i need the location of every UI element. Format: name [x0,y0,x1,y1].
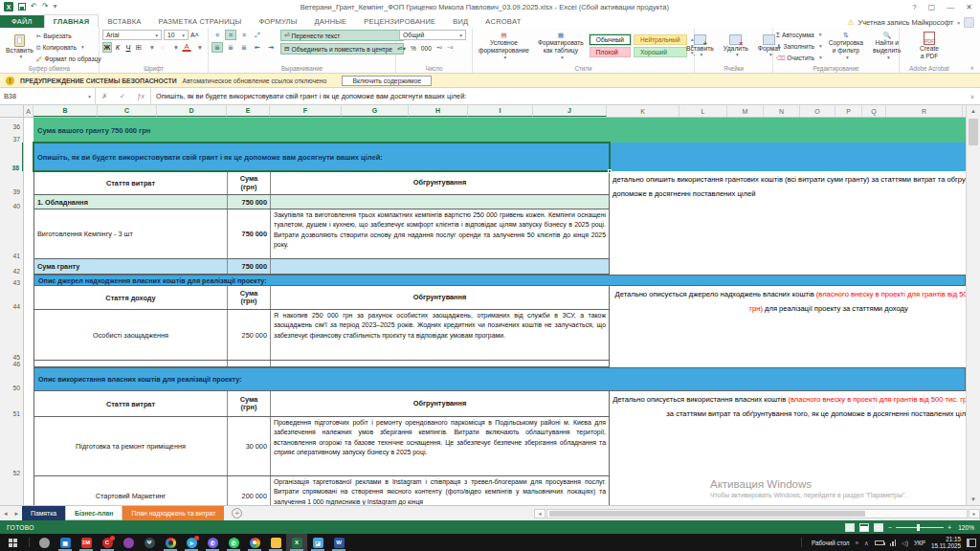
align-right-icon[interactable]: ≣ [238,42,250,53]
row-header-41[interactable]: 41 [0,209,23,259]
font-name-select[interactable]: Arial▾ [102,30,162,40]
fill-color-icon[interactable]: ◌ [158,42,167,53]
bold-button[interactable]: Ж [102,42,112,53]
select-all-corner[interactable] [0,105,24,117]
page-layout-view-icon[interactable] [859,523,869,532]
cell-note-own-usage[interactable]: Детально описується використання власних… [612,393,966,421]
number-format-select[interactable]: Общий▾ [399,30,466,40]
row-header-46[interactable]: 46 [0,361,23,367]
row-header-36[interactable]: 36 [0,118,23,130]
row-header-37[interactable]: 37 [0,130,23,143]
clear-button[interactable]: ⌫Очистить▾ [776,53,822,63]
header-sum[interactable]: Сума (грн) [228,286,271,309]
cell-personal-savings[interactable]: Особисті заощадження [34,310,228,360]
col-header-h[interactable]: H [409,105,468,117]
cell-note-grant-usage[interactable]: детально опишить використання грантових … [612,173,966,201]
cell-grant-total[interactable]: Сума гранту [34,259,228,274]
fill-button[interactable]: ⬇Заполнить▾ [776,41,822,52]
row-header-52[interactable]: 52 [0,417,23,476]
header-justification[interactable]: Обгрунтування [271,172,609,194]
normal-view-icon[interactable] [845,523,855,532]
align-left-icon[interactable]: ≣ [212,42,223,53]
cell-note-own-sources[interactable]: Детально описується джерело надходжень в… [612,288,966,316]
cell-equipment[interactable]: 1. Обладнання [34,195,228,209]
cancel-entry-icon[interactable]: ✗ [101,92,107,100]
insert-cells-button[interactable]: + Вставить▾ [683,30,717,62]
expand-formula-bar-icon[interactable]: ∨ [965,88,980,104]
italic-button[interactable]: К [113,42,122,53]
col-header-p[interactable]: P [835,105,862,117]
paste-button[interactable]: Вставить▾ [3,30,36,64]
viber-icon[interactable]: ✆ [202,534,223,551]
col-header-n[interactable]: N [764,105,800,117]
header-expense-item[interactable]: Стаття витрат [34,172,228,194]
col-header-q[interactable]: Q [862,105,886,117]
borders-icon[interactable]: ⊞ [134,42,144,53]
col-header-j[interactable]: J [533,105,607,117]
browser-badge-icon[interactable]: C [97,534,118,551]
col-header-i[interactable]: I [468,105,533,117]
cell-savings-justification[interactable]: Я накопив 250 000 грн за рахунок особист… [271,310,609,360]
row-header-42[interactable]: 42 [0,259,23,275]
language-indicator[interactable]: УКР [914,540,925,546]
cell-empty[interactable] [271,259,609,274]
cell-empty[interactable] [34,361,228,366]
cell-empty[interactable] [271,195,609,209]
orientation-icon[interactable]: ⤢ [252,30,263,40]
help-button[interactable]: ? [912,3,916,11]
col-header-d[interactable]: D [157,105,227,117]
scroll-up-icon[interactable]: ▲ [967,105,980,117]
start-button[interactable] [0,534,25,551]
decrease-indent-icon[interactable]: ⇤ [252,42,263,53]
wrap-text-button[interactable]: ⏎Перенести текст [280,30,404,41]
cell-style-neutral[interactable]: Нейтральный [634,34,687,45]
cell-equipment-sum[interactable]: 750 000 [228,195,271,209]
cell-sources-banner[interactable]: Опис джерел надходження власних коштів д… [33,275,966,286]
header-income-item[interactable]: Стаття доходу [34,286,228,309]
font-color-icon[interactable]: А [182,43,191,52]
purple-app-icon[interactable] [118,534,139,551]
row-header-40[interactable]: 40 [0,195,23,209]
page-break-view-icon[interactable] [874,523,883,532]
cell-style-normal[interactable]: Обычный [590,34,631,45]
header-sum[interactable]: Сума (грн) [228,391,271,416]
word-icon[interactable]: W [328,534,349,551]
calculator-icon[interactable]: ▦ [55,534,76,551]
sheet-nav-left-icon[interactable]: ◂ [0,510,11,518]
action-center-icon[interactable] [967,539,976,547]
zoom-percent[interactable]: 120% [955,524,974,531]
cell-empty[interactable] [228,361,271,366]
delete-cells-button[interactable]: × Удалить▾ [721,30,751,62]
account-area[interactable]: ⚠ Учетная запись Майкрософт ▾ [847,17,980,28]
tab-page-layout[interactable]: РАЗМЕТКА СТРАНИЦЫ [149,15,250,28]
col-header-l[interactable]: L [679,105,727,117]
whatsapp-icon[interactable]: ✆ [223,534,244,551]
cell-b38-describe-banner[interactable]: Опишіть, як ви будете використовувати св… [33,143,966,171]
conditional-formatting-button[interactable]: ▤ Условное форматирование▾ [476,30,532,62]
formula-input[interactable]: Опишіть, як ви будете використовувати св… [151,88,965,104]
format-painter-button[interactable]: 🖉Формат по образцу [36,54,101,64]
horizontal-scroll-track[interactable] [546,509,968,518]
comma-style-icon[interactable]: 000 [421,43,432,54]
col-header-m[interactable]: M [727,105,764,117]
row-header-45[interactable]: 45 [0,310,23,361]
steam-icon[interactable] [33,534,55,551]
cut-button[interactable]: ✂Вырезать [36,31,101,41]
sheet-tab-income-expense-plan[interactable]: План надходжень та витрат [122,506,224,520]
percent-style-icon[interactable]: % [411,43,416,54]
row-header-50[interactable]: 50 [0,367,23,391]
tab-data[interactable]: ДАННЫЕ [306,15,356,28]
close-button[interactable]: ✕ [966,3,972,11]
sheet-tab-pamyatka[interactable]: Памятка [22,506,65,520]
new-sheet-icon[interactable]: + [232,508,242,518]
underline-button[interactable]: Ч [123,42,133,53]
tab-review[interactable]: РЕЦЕНЗИРОВАНИЕ [355,15,444,28]
row-header-51[interactable]: 51 [0,391,23,417]
col-header-a[interactable]: A [24,105,33,117]
decrease-decimal-icon[interactable]: ⁻⁰ [447,43,453,54]
vertical-scroll-thumb[interactable] [969,119,978,145]
col-header-g[interactable]: G [342,105,409,117]
sort-filter-button[interactable]: ⇅ Сортировка и фильтр▾ [826,30,866,62]
cell-grant-total-sum[interactable]: 750 000 [228,259,271,274]
wargaming-icon[interactable]: Ψ [139,534,160,551]
